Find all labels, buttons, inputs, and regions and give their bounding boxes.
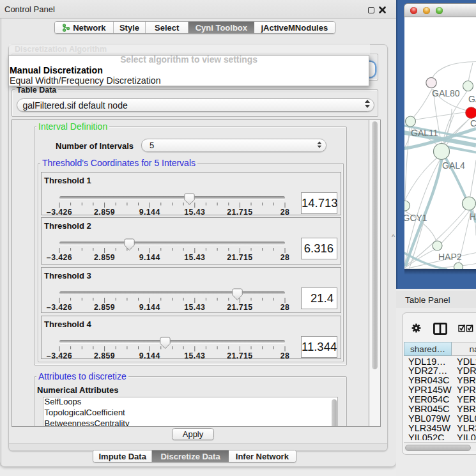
svg-text:CYC8: CYC8 xyxy=(470,118,476,128)
svg-text:HIS4: HIS4 xyxy=(470,211,476,221)
svg-text:GAL7: GAL7 xyxy=(468,93,476,104)
svg-text:GAL80: GAL80 xyxy=(432,88,460,98)
svg-text:GCY1: GCY1 xyxy=(404,212,427,222)
svg-text:GAL11: GAL11 xyxy=(411,127,438,137)
svg-text:GAL4: GAL4 xyxy=(442,160,465,170)
svg-text:HAP2: HAP2 xyxy=(438,251,462,261)
